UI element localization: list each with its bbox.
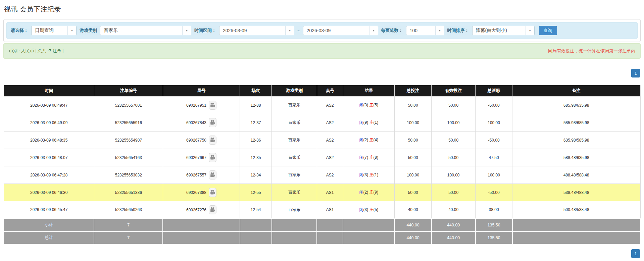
cell-game-type: 百家乐 (272, 114, 317, 132)
grand-total-row-cell-5 (317, 231, 343, 244)
subtotal-row-cell-1: 7 (94, 219, 163, 231)
page-1-button[interactable]: 1 (631, 69, 640, 77)
column-header-4: 游戏类别 (272, 85, 317, 97)
date-from-value: 2026-03-09 (219, 28, 250, 33)
result-player-score: (3) (363, 172, 368, 177)
cell-table-number: AS1 (317, 201, 343, 219)
video-replay-icon[interactable] (209, 188, 216, 197)
cell-payout: 100.00 (476, 114, 512, 132)
cell-total-bet-link[interactable]: 40.00 (395, 201, 432, 219)
cell-total-bet-link[interactable]: 100.00 (395, 114, 432, 132)
cell-total-bet-link[interactable]: 50.00 (395, 97, 432, 114)
video-replay-icon[interactable] (209, 118, 216, 127)
subtotal-row-cell-6 (343, 219, 395, 231)
result-player-label: 闲 (359, 172, 363, 177)
cell-bet-number: 523255657001 (94, 97, 163, 114)
cell-session: 12-35 (240, 149, 272, 166)
query-type-label: 请选择： (11, 28, 28, 34)
result-banker-score: (1) (374, 172, 379, 177)
grand-total-row: 总计7440.00440.00135.50 (4, 231, 640, 244)
round-number: 690267667 (186, 155, 206, 160)
table-header-row: 时间注单编号局号场次游戏类别桌号结果总投注有效投注总派彩备注 (4, 85, 640, 97)
video-replay-icon[interactable] (209, 205, 216, 214)
cell-bet-number: 523255655916 (94, 114, 163, 132)
cell-game-type: 百家乐 (272, 149, 317, 166)
round-number: 690267843 (186, 120, 206, 125)
result-player-score: (2) (363, 190, 368, 195)
cell-round-number: 690267750 (163, 132, 240, 149)
cell-payout: -50.00 (476, 184, 512, 201)
column-header-3: 场次 (240, 85, 272, 97)
cell-payout: -50.00 (476, 132, 512, 149)
summary-currency-total: 币别 : 人民币 | 总共 :7 注单 | (9, 48, 64, 54)
subtotal-row-cell-4 (272, 219, 317, 231)
grand-total-row-cell-1: 7 (94, 231, 163, 244)
result-banker-label: 庄 (369, 155, 374, 160)
result-banker-label: 庄 (369, 120, 374, 125)
cell-result: 闲(9) 庄(1) (343, 114, 395, 132)
cell-result: 闲(3) 庄(1) (343, 166, 395, 184)
cell-total-bet-link[interactable]: 50.00 (395, 184, 432, 201)
chevron-down-icon[interactable]: ▼ (182, 26, 191, 35)
chevron-down-icon[interactable]: ▼ (369, 26, 378, 35)
search-button[interactable]: 查询 (539, 26, 557, 35)
result-banker-score: (8) (374, 155, 379, 160)
result-banker-score: (4) (374, 138, 379, 142)
chevron-down-icon[interactable]: ▼ (526, 26, 534, 35)
cell-note: 585.98/685.98 (512, 114, 640, 132)
video-replay-icon[interactable] (209, 136, 216, 145)
page-1-button[interactable]: 1 (631, 249, 640, 258)
cell-total-bet-link[interactable]: 50.00 (395, 132, 432, 149)
summary-bar: 币别 : 人民币 | 总共 :7 注单 | 同局有效投注，统一计算在该局第一张注… (3, 43, 641, 59)
cell-bet-number: 523255650263 (94, 201, 163, 219)
cell-round-number: 690267667 (163, 149, 240, 166)
date-to-select[interactable]: 2026-03-09 ▼ (303, 26, 378, 35)
grand-total-row-cell-3 (240, 231, 272, 244)
cell-time: 2026-03-09 06:48:35 (4, 132, 94, 149)
grand-total-row-cell-2 (163, 231, 240, 244)
cell-result: 闲(7) 庄(8) (343, 149, 395, 166)
grand-total-row-cell-0: 总计 (4, 231, 94, 244)
video-replay-icon[interactable] (209, 101, 216, 110)
result-banker-score: (9) (374, 190, 379, 195)
cell-note: 488.48/588.48 (512, 166, 640, 184)
cell-game-type: 百家乐 (272, 132, 317, 149)
cell-bet-number: 523255654907 (94, 132, 163, 149)
cell-round-number: 690267276 (163, 201, 240, 219)
filter-bar: 请选择： 日期查询 ▼ 游戏类别 百家乐 ▼ 时间区间： 2026-03-09 … (6, 22, 638, 39)
cell-session: 12-54 (240, 201, 272, 219)
cell-time: 2026-03-09 06:49:09 (4, 114, 94, 132)
sort-order-label: 时间排序： (447, 28, 469, 34)
summary-notice: 同局有效投注，统一计算在该局第一张注单内 (548, 48, 635, 54)
video-replay-icon[interactable] (209, 153, 216, 162)
page-size-select[interactable]: 100 ▼ (406, 26, 444, 35)
table-row: 2026-03-09 06:48:35 523255654907 6902677… (4, 132, 640, 149)
result-player-score: (3) (363, 103, 368, 107)
chevron-down-icon[interactable]: ▼ (285, 26, 294, 35)
cell-result: 闲(3) 庄(5) (343, 201, 395, 219)
cell-total-bet-link[interactable]: 50.00 (395, 149, 432, 166)
chevron-down-icon[interactable]: ▼ (67, 26, 76, 35)
cell-total-bet-link[interactable]: 100.00 (395, 166, 432, 184)
column-header-0: 时间 (4, 85, 94, 97)
cell-bet-number: 523255651336 (94, 184, 163, 201)
video-replay-icon[interactable] (209, 170, 216, 179)
query-type-select[interactable]: 日期查询 ▼ (31, 26, 77, 35)
cell-valid-bet: 100.00 (432, 114, 476, 132)
cell-table-number: AS2 (317, 166, 343, 184)
sort-order-select[interactable]: 降冪(由大到小) ▼ (472, 26, 535, 35)
column-header-10: 备注 (512, 85, 640, 97)
game-type-value: 百家乐 (100, 28, 120, 34)
game-type-select[interactable]: 百家乐 ▼ (100, 26, 191, 35)
column-header-6: 结果 (343, 85, 395, 97)
cell-table-number: AS2 (317, 114, 343, 132)
cell-table-number: AS2 (317, 132, 343, 149)
result-banker-label: 庄 (369, 138, 374, 142)
chevron-down-icon[interactable]: ▼ (435, 26, 444, 35)
date-from-select[interactable]: 2026-03-09 ▼ (219, 26, 294, 35)
result-banker-score: (5) (374, 103, 379, 107)
cell-session: 12-55 (240, 184, 272, 201)
grand-total-row-cell-6 (343, 231, 395, 244)
table-row: 2026-03-09 06:45:47 523255650263 6902672… (4, 201, 640, 219)
cell-note: 588.48/635.98 (512, 149, 640, 166)
